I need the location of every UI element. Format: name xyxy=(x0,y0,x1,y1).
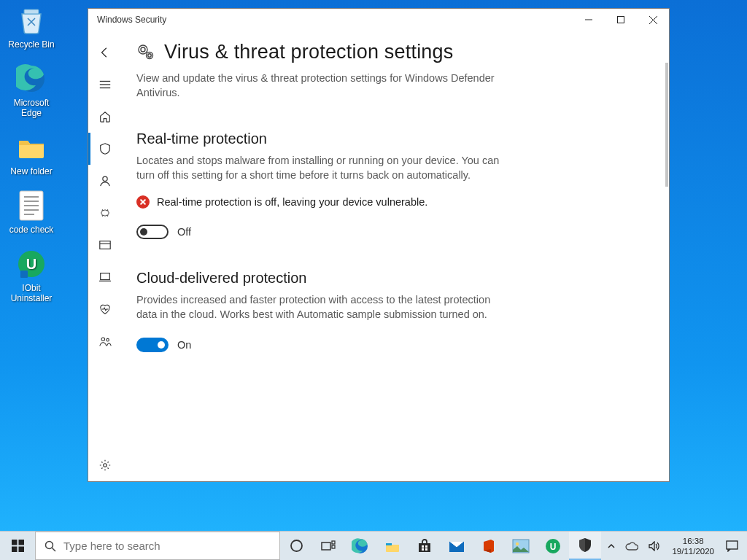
task-edge[interactable] xyxy=(344,532,376,560)
nav-account[interactable] xyxy=(88,165,122,197)
desktop-icon-new-folder[interactable]: New folder xyxy=(3,131,60,176)
search-input[interactable] xyxy=(63,532,271,559)
cortana-button[interactable] xyxy=(280,532,312,560)
svg-point-24 xyxy=(107,338,109,341)
nav-family[interactable] xyxy=(88,325,122,357)
svg-line-35 xyxy=(53,548,56,551)
tray-volume[interactable] xyxy=(644,532,665,561)
task-office[interactable] xyxy=(473,532,505,560)
tray-onedrive[interactable] xyxy=(621,532,643,561)
task-pictures[interactable] xyxy=(505,532,537,560)
svg-point-49 xyxy=(516,542,519,545)
error-icon xyxy=(136,195,150,209)
svg-rect-21 xyxy=(101,273,110,280)
clock-time: 16:38 xyxy=(683,536,704,546)
svg-rect-32 xyxy=(12,547,18,553)
svg-rect-30 xyxy=(12,540,18,545)
svg-point-34 xyxy=(46,541,53,548)
svg-point-28 xyxy=(148,53,151,56)
content-area: Virus & threat protection settings View … xyxy=(122,31,669,481)
svg-rect-19 xyxy=(100,241,110,249)
svg-rect-44 xyxy=(425,545,427,548)
svg-point-26 xyxy=(141,47,145,52)
window-title: Windows Security xyxy=(97,15,166,25)
svg-point-29 xyxy=(147,52,153,58)
page-title: Virus & threat protection settings xyxy=(164,41,454,63)
hamburger-button[interactable] xyxy=(88,69,122,101)
svg-rect-39 xyxy=(332,545,335,548)
svg-rect-43 xyxy=(422,545,424,548)
recycle-bin-icon xyxy=(15,4,47,36)
svg-rect-10 xyxy=(20,271,28,278)
titlebar[interactable]: Windows Security xyxy=(88,9,669,31)
tray-clock[interactable]: 16:38 19/11/2020 xyxy=(666,532,720,561)
nav-virus-threat[interactable] xyxy=(88,133,122,165)
desktop-icon-code-check[interactable]: code check xyxy=(3,190,60,235)
scrollbar[interactable] xyxy=(665,63,668,187)
svg-rect-0 xyxy=(24,9,39,14)
task-windows-security[interactable] xyxy=(569,532,601,560)
svg-rect-42 xyxy=(419,543,430,552)
task-iobit[interactable]: U xyxy=(537,532,569,560)
taskbar-search[interactable] xyxy=(35,532,280,560)
tray-notifications[interactable] xyxy=(721,532,743,561)
page-subtitle: View and update the virus & threat prote… xyxy=(136,71,501,100)
section-title: Real-time protection xyxy=(136,131,508,147)
close-button[interactable] xyxy=(637,9,669,31)
edge-icon xyxy=(15,63,47,95)
gears-icon xyxy=(136,43,157,62)
svg-point-23 xyxy=(101,338,105,341)
svg-rect-37 xyxy=(322,542,330,550)
warning-row: Real-time protection is off, leaving you… xyxy=(136,195,508,209)
desktop-icon-edge[interactable]: Microsoft Edge xyxy=(3,63,60,118)
nav-app-browser[interactable] xyxy=(88,229,122,261)
task-view-button[interactable] xyxy=(312,532,344,560)
nav-firewall[interactable] xyxy=(88,197,122,229)
cloud-toggle[interactable] xyxy=(136,338,169,352)
start-button[interactable] xyxy=(0,532,35,560)
back-button[interactable] xyxy=(88,36,122,69)
svg-text:U: U xyxy=(26,256,36,272)
svg-point-25 xyxy=(104,464,107,467)
section-desc: Provides increased and faster protection… xyxy=(136,292,508,322)
text-file-icon xyxy=(15,190,47,222)
svg-rect-46 xyxy=(425,548,427,551)
svg-point-27 xyxy=(139,45,147,54)
svg-rect-33 xyxy=(18,547,24,553)
system-tray: 16:38 19/11/2020 xyxy=(603,532,747,560)
desktop-icon-recycle-bin[interactable]: Recycle Bin xyxy=(3,4,60,50)
task-mail[interactable] xyxy=(441,532,473,560)
task-store[interactable] xyxy=(409,532,441,560)
toggle-label: On xyxy=(177,339,191,351)
nav-device-security[interactable] xyxy=(88,261,122,293)
windows-security-window: Windows Security Virus & xyxy=(88,8,670,482)
minimize-button[interactable] xyxy=(573,9,605,31)
warning-text: Real-time protection is off, leaving you… xyxy=(157,196,427,208)
nav-device-health[interactable] xyxy=(88,293,122,325)
realtime-toggle[interactable] xyxy=(136,225,169,239)
svg-text:U: U xyxy=(550,542,557,552)
svg-rect-41 xyxy=(386,543,392,545)
nav-sidebar xyxy=(88,31,122,481)
svg-point-18 xyxy=(103,176,107,181)
task-buttons: U xyxy=(280,532,601,560)
svg-point-36 xyxy=(291,540,302,551)
nav-settings[interactable] xyxy=(88,449,122,481)
nav-home[interactable] xyxy=(88,101,122,133)
section-realtime: Real-time protection Locates and stops m… xyxy=(136,131,508,239)
section-title: Cloud-delivered protection xyxy=(136,270,508,287)
desktop-icon-label: code check xyxy=(3,225,60,235)
maximize-button[interactable] xyxy=(605,9,637,31)
desktop-icon-label: IObit Uninstaller xyxy=(3,283,60,303)
desktop-icon-label: Microsoft Edge xyxy=(3,98,60,118)
section-desc: Locates and stops malware from installin… xyxy=(136,153,508,182)
tray-overflow[interactable] xyxy=(603,532,619,561)
search-icon xyxy=(44,540,56,552)
svg-rect-38 xyxy=(332,541,335,544)
svg-rect-31 xyxy=(18,540,24,545)
task-explorer[interactable] xyxy=(376,532,409,560)
clock-date: 19/11/2020 xyxy=(672,546,714,556)
svg-rect-12 xyxy=(618,17,624,23)
svg-rect-45 xyxy=(422,548,424,551)
desktop-icon-iobit[interactable]: U IObit Uninstaller xyxy=(3,248,60,303)
